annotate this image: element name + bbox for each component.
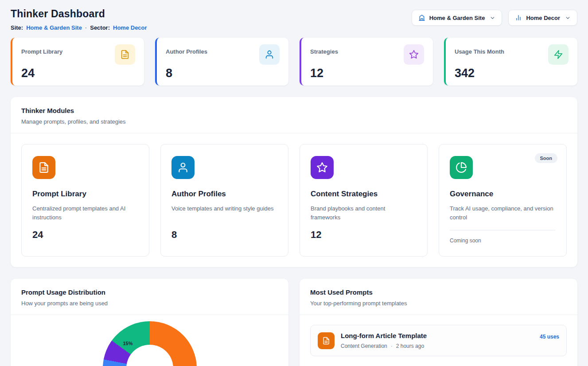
prompts-panel-header: Most Used Prompts Your top-performing pr… xyxy=(300,279,577,315)
prompt-title: Long-form Article Template xyxy=(341,332,533,339)
module-card-author-profiles[interactable]: Author Profiles Voice templates and writ… xyxy=(160,144,288,257)
prompts-panel-subtitle: Your top-performing prompt templates xyxy=(310,300,567,307)
stat-value: 8 xyxy=(166,66,280,80)
document-icon xyxy=(32,156,55,179)
prompt-uses-badge: 45 uses xyxy=(540,334,559,340)
most-used-prompts-panel: Most Used Prompts Your top-performing pr… xyxy=(300,279,577,366)
modules-grid: Prompt Library Centralized prompt templa… xyxy=(11,133,577,267)
sector-selector-label: Home Decor xyxy=(526,15,560,21)
bolt-icon xyxy=(548,44,569,65)
modules-title: Thinker Modules xyxy=(21,107,567,114)
module-count: 12 xyxy=(311,229,417,241)
stat-label: Author Profiles xyxy=(166,44,207,55)
coming-soon-text: Coming soon xyxy=(450,230,556,244)
module-card-content-strategies[interactable]: Content Strategies Brand playbooks and c… xyxy=(300,144,428,257)
dashboard-page: Thinker Dashboard Site: Home & Garden Si… xyxy=(0,0,588,366)
modules-panel-header: Thinker Modules Manage prompts, profiles… xyxy=(11,97,577,133)
module-count: 24 xyxy=(32,229,138,241)
header: Thinker Dashboard Site: Home & Garden Si… xyxy=(11,8,577,31)
module-description: Brand playbooks and content frameworks xyxy=(311,204,417,222)
module-count: 8 xyxy=(171,229,277,241)
stat-card-usage: Usage This Month 342 xyxy=(444,38,577,86)
module-description: Voice templates and writing style guides xyxy=(171,204,277,222)
thinker-modules-panel: Thinker Modules Manage prompts, profiles… xyxy=(11,97,577,267)
site-selector-label: Home & Garden Site xyxy=(429,15,485,21)
bottom-row: Prompt Usage Distribution How your promp… xyxy=(11,279,577,366)
usage-distribution-panel: Prompt Usage Distribution How your promp… xyxy=(11,279,288,366)
donut-chart: 15% xyxy=(103,321,197,366)
pie-chart-icon xyxy=(450,156,473,179)
site-label: Site: xyxy=(11,24,23,31)
document-icon xyxy=(115,44,135,65)
star-icon xyxy=(311,156,334,179)
stat-card-author-profiles: Author Profiles 8 xyxy=(155,38,288,86)
building-icon xyxy=(418,14,425,21)
prompt-category: Content Generation xyxy=(341,343,387,349)
chart-area: 15% xyxy=(11,315,288,366)
stats-row: Prompt Library 24 Author Profiles 8 Stra… xyxy=(11,38,577,86)
donut-slice-label: 15% xyxy=(123,341,133,346)
prompt-meta: Content Generation · 2 hours ago xyxy=(341,343,533,349)
bar-chart-icon xyxy=(515,14,522,21)
module-card-governance: Soon Governance Track AI usage, complian… xyxy=(439,144,567,257)
stat-label: Prompt Library xyxy=(21,44,62,55)
sector-link[interactable]: Home Decor xyxy=(113,24,147,31)
stat-card-prompt-library: Prompt Library 24 xyxy=(11,38,144,86)
modules-subtitle: Manage prompts, profiles, and strategies xyxy=(21,118,567,125)
user-icon xyxy=(259,44,280,65)
stat-value: 24 xyxy=(21,66,135,80)
separator-dot: · xyxy=(391,343,393,349)
site-link[interactable]: Home & Garden Site xyxy=(26,24,82,31)
page-title: Thinker Dashboard xyxy=(11,8,147,20)
prompt-time: 2 hours ago xyxy=(396,343,424,349)
module-description: Track AI usage, compliance, and version … xyxy=(450,204,556,222)
module-description: Centralized prompt templates and AI inst… xyxy=(32,204,138,222)
stat-label: Usage This Month xyxy=(455,44,504,55)
module-title: Content Strategies xyxy=(311,190,417,199)
site-selector-dropdown[interactable]: Home & Garden Site xyxy=(412,10,502,26)
prompts-panel-title: Most Used Prompts xyxy=(310,288,567,296)
stat-value: 12 xyxy=(310,66,424,80)
usage-panel-header: Prompt Usage Distribution How your promp… xyxy=(11,279,288,315)
prompt-info: Long-form Article Template Content Gener… xyxy=(341,332,533,349)
usage-panel-title: Prompt Usage Distribution xyxy=(21,288,278,296)
chevron-down-icon xyxy=(565,15,571,21)
stat-label: Strategies xyxy=(310,44,338,55)
soon-badge: Soon xyxy=(535,153,558,163)
document-icon xyxy=(318,332,335,349)
user-icon xyxy=(171,156,195,179)
sector-label: Sector: xyxy=(90,24,110,31)
header-left: Thinker Dashboard Site: Home & Garden Si… xyxy=(11,8,147,31)
module-title: Governance xyxy=(450,190,556,199)
breadcrumb: Site: Home & Garden Site · Sector: Home … xyxy=(11,24,147,31)
header-actions: Home & Garden Site Home Decor xyxy=(412,10,577,26)
prompt-list-item[interactable]: Long-form Article Template Content Gener… xyxy=(310,325,567,356)
chevron-down-icon xyxy=(490,15,495,21)
separator-dot: · xyxy=(85,24,87,31)
module-title: Prompt Library xyxy=(32,190,138,199)
stat-value: 342 xyxy=(455,66,569,80)
module-card-prompt-library[interactable]: Prompt Library Centralized prompt templa… xyxy=(21,144,149,257)
star-icon xyxy=(404,44,424,65)
donut-hole xyxy=(126,345,173,366)
usage-panel-subtitle: How your prompts are being used xyxy=(21,300,278,307)
stat-card-strategies: Strategies 12 xyxy=(300,38,433,86)
sector-selector-dropdown[interactable]: Home Decor xyxy=(508,10,577,26)
module-title: Author Profiles xyxy=(171,190,277,199)
